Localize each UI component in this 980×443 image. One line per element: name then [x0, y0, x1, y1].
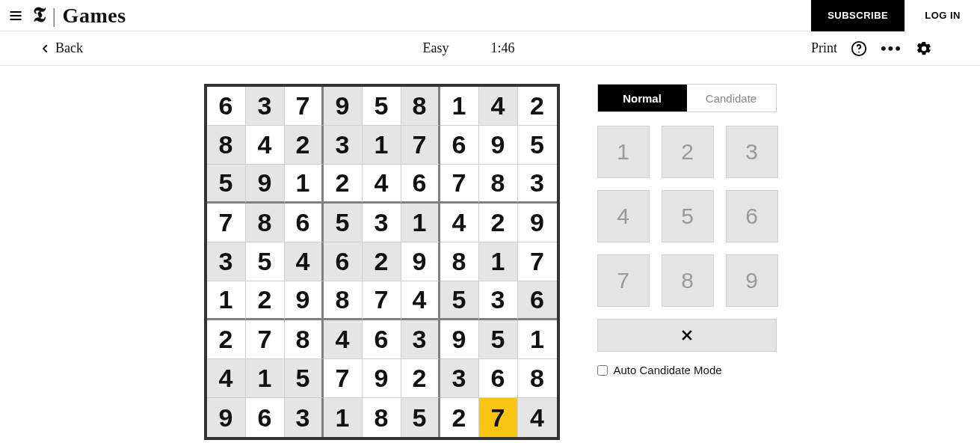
- numpad-key-6[interactable]: 6: [726, 190, 778, 242]
- sudoku-cell[interactable]: 6: [246, 398, 285, 437]
- auto-candidate-checkbox[interactable]: [597, 365, 608, 376]
- sudoku-cell[interactable]: 8: [324, 281, 363, 320]
- sudoku-cell[interactable]: 5: [324, 204, 363, 242]
- sudoku-cell[interactable]: 7: [246, 320, 285, 359]
- sudoku-cell[interactable]: 8: [401, 87, 440, 126]
- sudoku-cell[interactable]: 4: [285, 242, 324, 281]
- numpad-key-9[interactable]: 9: [726, 254, 778, 307]
- sudoku-cell[interactable]: 2: [363, 242, 401, 281]
- sudoku-cell[interactable]: 6: [479, 359, 518, 398]
- sudoku-cell[interactable]: 8: [363, 398, 401, 437]
- sudoku-cell[interactable]: 7: [285, 87, 324, 126]
- sudoku-cell[interactable]: 1: [518, 320, 557, 359]
- login-button[interactable]: LOG IN: [905, 0, 980, 31]
- numpad-key-7[interactable]: 7: [597, 254, 650, 307]
- sudoku-cell[interactable]: 7: [440, 165, 479, 204]
- sudoku-cell[interactable]: 4: [479, 87, 518, 126]
- sudoku-cell[interactable]: 1: [401, 204, 440, 242]
- auto-candidate-toggle[interactable]: Auto Candidate Mode: [597, 364, 777, 376]
- sudoku-cell[interactable]: 3: [246, 87, 285, 126]
- brand-logo[interactable]: 𝕿 | Games: [33, 3, 126, 28]
- sudoku-cell[interactable]: 6: [401, 165, 440, 204]
- sudoku-cell[interactable]: 9: [324, 87, 363, 126]
- sudoku-cell[interactable]: 8: [246, 204, 285, 242]
- sudoku-cell[interactable]: 6: [518, 281, 557, 320]
- sudoku-cell[interactable]: 5: [207, 165, 246, 204]
- help-icon[interactable]: [851, 40, 867, 57]
- sudoku-cell[interactable]: 9: [518, 204, 557, 242]
- sudoku-cell[interactable]: 4: [324, 320, 363, 359]
- sudoku-cell[interactable]: 6: [440, 126, 479, 165]
- sudoku-cell[interactable]: 2: [401, 359, 440, 398]
- sudoku-cell[interactable]: 3: [363, 204, 401, 242]
- sudoku-cell[interactable]: 5: [363, 87, 401, 126]
- sudoku-cell[interactable]: 7: [363, 281, 401, 320]
- sudoku-cell[interactable]: 5: [440, 281, 479, 320]
- sudoku-cell[interactable]: 1: [324, 398, 363, 437]
- back-button[interactable]: Back: [40, 40, 83, 56]
- mode-normal-button[interactable]: Normal: [598, 85, 687, 111]
- sudoku-cell[interactable]: 7: [518, 242, 557, 281]
- sudoku-cell[interactable]: 5: [246, 242, 285, 281]
- sudoku-cell[interactable]: 1: [363, 126, 401, 165]
- sudoku-cell[interactable]: 2: [246, 281, 285, 320]
- sudoku-cell[interactable]: 8: [479, 165, 518, 204]
- sudoku-cell[interactable]: 7: [479, 398, 518, 437]
- sudoku-cell[interactable]: 2: [479, 204, 518, 242]
- numpad-key-2[interactable]: 2: [662, 126, 714, 178]
- sudoku-cell[interactable]: 1: [207, 281, 246, 320]
- sudoku-cell[interactable]: 2: [440, 398, 479, 437]
- sudoku-cell[interactable]: 5: [479, 320, 518, 359]
- sudoku-cell[interactable]: 7: [401, 126, 440, 165]
- sudoku-cell[interactable]: 2: [518, 87, 557, 126]
- mode-candidate-button[interactable]: Candidate: [687, 85, 776, 111]
- subscribe-button[interactable]: SUBSCRIBE: [811, 0, 905, 31]
- more-menu-icon[interactable]: •••: [881, 40, 902, 57]
- sudoku-cell[interactable]: 6: [207, 87, 246, 126]
- sudoku-cell[interactable]: 3: [207, 242, 246, 281]
- hamburger-menu-icon[interactable]: [0, 0, 31, 31]
- sudoku-cell[interactable]: 6: [324, 242, 363, 281]
- sudoku-cell[interactable]: 2: [324, 165, 363, 204]
- sudoku-cell[interactable]: 8: [285, 320, 324, 359]
- sudoku-cell[interactable]: 4: [246, 126, 285, 165]
- sudoku-cell[interactable]: 2: [285, 126, 324, 165]
- sudoku-cell[interactable]: 5: [401, 398, 440, 437]
- sudoku-cell[interactable]: 8: [207, 126, 246, 165]
- sudoku-cell[interactable]: 6: [363, 320, 401, 359]
- sudoku-cell[interactable]: 5: [285, 359, 324, 398]
- sudoku-cell[interactable]: 3: [285, 398, 324, 437]
- sudoku-cell[interactable]: 4: [401, 281, 440, 320]
- sudoku-cell[interactable]: 2: [207, 320, 246, 359]
- sudoku-cell[interactable]: 9: [207, 398, 246, 437]
- sudoku-cell[interactable]: 4: [207, 359, 246, 398]
- print-button[interactable]: Print: [811, 40, 837, 56]
- sudoku-cell[interactable]: 7: [207, 204, 246, 242]
- sudoku-cell[interactable]: 1: [479, 242, 518, 281]
- sudoku-cell[interactable]: 9: [440, 320, 479, 359]
- sudoku-cell[interactable]: 4: [518, 398, 557, 437]
- sudoku-cell[interactable]: 9: [401, 242, 440, 281]
- sudoku-cell[interactable]: 9: [246, 165, 285, 204]
- sudoku-cell[interactable]: 8: [440, 242, 479, 281]
- sudoku-cell[interactable]: 3: [479, 281, 518, 320]
- sudoku-cell[interactable]: 7: [324, 359, 363, 398]
- numpad-key-8[interactable]: 8: [662, 254, 714, 307]
- sudoku-cell[interactable]: 3: [440, 359, 479, 398]
- sudoku-cell[interactable]: 3: [324, 126, 363, 165]
- numpad-key-4[interactable]: 4: [597, 190, 650, 242]
- sudoku-cell[interactable]: 3: [518, 165, 557, 204]
- sudoku-cell[interactable]: 1: [440, 87, 479, 126]
- erase-button[interactable]: [597, 319, 777, 352]
- settings-gear-icon[interactable]: [916, 40, 932, 57]
- sudoku-cell[interactable]: 3: [401, 320, 440, 359]
- sudoku-cell[interactable]: 5: [518, 126, 557, 165]
- sudoku-cell[interactable]: 9: [285, 281, 324, 320]
- numpad-key-1[interactable]: 1: [597, 126, 650, 178]
- sudoku-cell[interactable]: 9: [479, 126, 518, 165]
- sudoku-cell[interactable]: 1: [285, 165, 324, 204]
- sudoku-cell[interactable]: 4: [363, 165, 401, 204]
- sudoku-cell[interactable]: 1: [246, 359, 285, 398]
- sudoku-cell[interactable]: 8: [518, 359, 557, 398]
- numpad-key-3[interactable]: 3: [726, 126, 778, 178]
